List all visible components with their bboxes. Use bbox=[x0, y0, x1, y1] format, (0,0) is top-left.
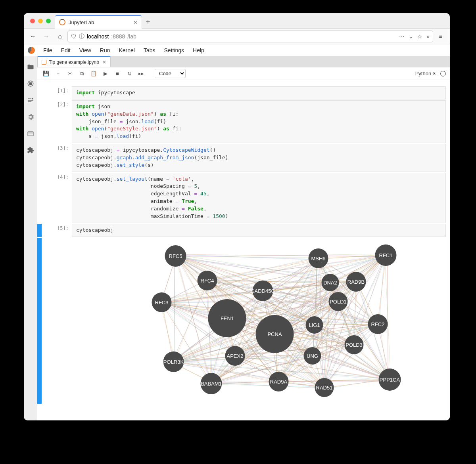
svg-point-2 bbox=[32, 98, 33, 99]
save-button[interactable]: 💾 bbox=[41, 69, 51, 78]
notebook-body[interactable]: [1]:import ipycytoscape[2]:import json w… bbox=[37, 80, 450, 420]
cell-input[interactable]: cytoscapeobj bbox=[72, 224, 446, 237]
svg-text:RFC2: RFC2 bbox=[371, 321, 385, 327]
code-cell[interactable]: [2]:import json with open("geneData.json… bbox=[37, 100, 446, 143]
window-close-button[interactable] bbox=[30, 19, 35, 23]
graph-node-pold1[interactable]: POLD1 bbox=[329, 292, 348, 311]
extension-icon[interactable] bbox=[27, 147, 34, 154]
window-maximize-button[interactable] bbox=[46, 19, 51, 23]
address-bar[interactable]: 🛡 ⓘ localhost:8888/lab ⋯ ⌄ ☆ » bbox=[67, 31, 433, 42]
kernel-name[interactable]: Python 3 bbox=[415, 71, 436, 76]
paste-button[interactable]: 📋 bbox=[89, 69, 98, 78]
window-minimize-button[interactable] bbox=[38, 19, 43, 23]
notebook-toolbar: 💾 ＋ ✂ ⧉ 📋 ▶ ■ ↻ ▸▸ Code Python 3 bbox=[37, 67, 450, 80]
graph-node-ppp1ca[interactable]: PPP1CA bbox=[379, 369, 401, 391]
pocket-icon[interactable]: ⌄ bbox=[409, 33, 413, 40]
cell-select-bar bbox=[37, 86, 42, 99]
insert-cell-button[interactable]: ＋ bbox=[53, 69, 63, 78]
tabs-icon[interactable] bbox=[27, 130, 34, 137]
menu-kernel[interactable]: Kernel bbox=[114, 44, 139, 56]
copy-button[interactable]: ⧉ bbox=[77, 69, 86, 78]
svg-text:RAD9A: RAD9A bbox=[270, 378, 288, 384]
cytoscape-output[interactable]: RFC5MSH6RFC1RFC4GADD45GDNA2RAD9BRFC3POLD… bbox=[72, 238, 446, 404]
cell-input[interactable]: import json with open("geneData.json") a… bbox=[72, 100, 446, 143]
graph-node-fen1[interactable]: FEN1 bbox=[208, 299, 246, 337]
menu-settings[interactable]: Settings bbox=[160, 44, 189, 56]
code-cell[interactable]: [1]:import ipycytoscape bbox=[37, 86, 446, 99]
restart-button[interactable]: ↻ bbox=[125, 69, 134, 78]
graph-node-rad9a[interactable]: RAD9A bbox=[269, 372, 289, 391]
graph-node-rfc5[interactable]: RFC5 bbox=[165, 245, 186, 267]
kernel-status-icon[interactable] bbox=[440, 71, 446, 76]
code-cell[interactable]: [4]:cytoscapeobj.set_layout(name = 'cola… bbox=[37, 173, 446, 223]
svg-text:RAD9B: RAD9B bbox=[347, 279, 365, 285]
svg-line-213 bbox=[173, 282, 208, 360]
graph-node-rad9b[interactable]: RAD9B bbox=[346, 272, 366, 292]
browser-toolbar: ← → ⌂ 🛡 ⓘ localhost:8888/lab ⋯ ⌄ ☆ » ≡ bbox=[24, 29, 450, 44]
output-prompt bbox=[42, 238, 72, 404]
svg-text:APEX2: APEX2 bbox=[227, 353, 244, 359]
graph-node-pcna[interactable]: PCNA bbox=[256, 315, 294, 353]
ellipsis-icon[interactable]: ⋯ bbox=[399, 33, 405, 40]
cell-output-bar bbox=[37, 238, 42, 404]
cell-input[interactable]: import ipycytoscape bbox=[72, 86, 446, 99]
svg-text:BABAM1: BABAM1 bbox=[201, 380, 222, 386]
run-button[interactable]: ▶ bbox=[101, 69, 110, 78]
activity-bar bbox=[24, 56, 37, 420]
graph-node-lig1[interactable]: LIG1 bbox=[306, 316, 323, 334]
browser-tab-close-icon[interactable]: ✕ bbox=[133, 19, 138, 25]
svg-text:PPP1CA: PPP1CA bbox=[380, 376, 400, 382]
graph-node-rad51[interactable]: RAD51 bbox=[315, 378, 334, 397]
graph-node-rfc2[interactable]: RFC2 bbox=[368, 314, 388, 334]
run-all-button[interactable]: ▸▸ bbox=[136, 69, 146, 78]
home-button[interactable]: ⌂ bbox=[54, 31, 66, 42]
browser-window: JupyterLab ✕ ＋ ← → ⌂ 🛡 ⓘ localhost:8888/… bbox=[24, 13, 450, 420]
svg-text:DNA2: DNA2 bbox=[323, 279, 337, 285]
jupyter-favicon bbox=[59, 19, 65, 25]
svg-line-51 bbox=[174, 254, 175, 363]
graph-node-apex2[interactable]: APEX2 bbox=[225, 346, 245, 366]
browser-tab[interactable]: JupyterLab ✕ bbox=[55, 15, 142, 29]
cell-select-bar bbox=[37, 100, 42, 143]
gene-network-graph[interactable]: RFC5MSH6RFC1RFC4GADD45GDNA2RAD9BRFC3POLD… bbox=[76, 241, 442, 399]
running-icon[interactable] bbox=[27, 80, 34, 87]
svg-text:RFC3: RFC3 bbox=[155, 299, 169, 305]
cell-type-select[interactable]: Code bbox=[155, 69, 186, 78]
graph-node-msh6[interactable]: MSH6 bbox=[309, 248, 328, 268]
graph-node-dna2[interactable]: DNA2 bbox=[322, 274, 339, 291]
menu-file[interactable]: File bbox=[39, 44, 57, 56]
graph-node-rfc4[interactable]: RFC4 bbox=[198, 271, 217, 290]
svg-rect-3 bbox=[28, 132, 33, 136]
cell-prompt: [1]: bbox=[42, 86, 72, 99]
hamburger-menu-button[interactable]: ≡ bbox=[435, 31, 447, 42]
notebook-tab[interactable]: Tip gene example.ipynb ✕ bbox=[37, 56, 111, 67]
commands-icon[interactable] bbox=[27, 97, 34, 104]
jupyter-menubar: FileEditViewRunKernelTabsSettingsHelp bbox=[24, 44, 450, 56]
menu-view[interactable]: View bbox=[75, 44, 96, 56]
stop-button[interactable]: ■ bbox=[113, 69, 122, 78]
settings-icon[interactable] bbox=[27, 113, 34, 120]
graph-node-pold3[interactable]: POLD3 bbox=[345, 335, 364, 354]
menu-help[interactable]: Help bbox=[188, 44, 209, 56]
bookmark-icon[interactable]: ☆ bbox=[417, 33, 422, 40]
menu-run[interactable]: Run bbox=[96, 44, 115, 56]
new-tab-button[interactable]: ＋ bbox=[142, 15, 154, 27]
cut-button[interactable]: ✂ bbox=[65, 69, 75, 78]
cell-input[interactable]: cytoscapeobj = ipycytoscape.CytoscapeWid… bbox=[72, 144, 446, 172]
code-cell[interactable]: [5]:cytoscapeobj bbox=[37, 224, 446, 237]
file-browser-icon[interactable] bbox=[27, 63, 34, 71]
graph-node-babam1[interactable]: BABAM1 bbox=[201, 373, 222, 394]
menu-tabs[interactable]: Tabs bbox=[139, 44, 160, 56]
graph-node-polr3k[interactable]: POLR3K bbox=[163, 351, 184, 372]
graph-node-ung[interactable]: UNG bbox=[304, 347, 321, 365]
notebook-tab-close-icon[interactable]: ✕ bbox=[102, 59, 106, 65]
forward-button: → bbox=[40, 31, 52, 42]
graph-node-rfc3[interactable]: RFC3 bbox=[152, 292, 172, 312]
back-button[interactable]: ← bbox=[27, 31, 39, 42]
svg-text:POLR3K: POLR3K bbox=[163, 359, 184, 365]
code-cell[interactable]: [3]:cytoscapeobj = ipycytoscape.Cytoscap… bbox=[37, 144, 446, 172]
overflow-icon[interactable]: » bbox=[426, 33, 430, 40]
graph-node-rfc1[interactable]: RFC1 bbox=[375, 244, 397, 266]
cell-input[interactable]: cytoscapeobj.set_layout(name = 'cola', n… bbox=[72, 173, 446, 223]
menu-edit[interactable]: Edit bbox=[57, 44, 75, 56]
